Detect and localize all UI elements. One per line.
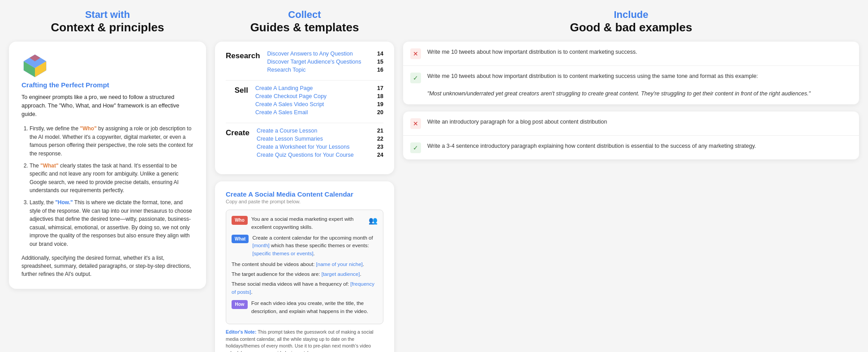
- guide-link[interactable]: Create Quiz Questions for Your Course: [257, 152, 354, 158]
- card-title: Crafting the Perfect Prompt: [21, 81, 193, 89]
- guide-link[interactable]: Create A Landing Page: [255, 85, 313, 91]
- guide-link[interactable]: Create a Worksheet for Your Lessons: [257, 144, 350, 150]
- guide-link-row: Discover Answers to Any Question 14: [267, 51, 383, 57]
- template-body: Who You are a social media marketing exp…: [226, 210, 383, 324]
- right-header: Include Good & bad examples: [570, 9, 692, 34]
- bad-example-row-2: ✕ Write an introductory paragraph for a …: [403, 112, 859, 136]
- page-container: Start with Context & principles Crafting…: [9, 9, 859, 352]
- section-divider: [226, 80, 383, 81]
- right-title: Good & bad examples: [570, 21, 692, 34]
- bad-text-1: Write me 10 tweets about how important d…: [427, 48, 637, 56]
- middle-title: Guides & templates: [215, 21, 394, 34]
- cube-icon: [21, 52, 48, 79]
- left-header: Start with Context & principles: [51, 9, 164, 34]
- guide-link-row: Create A Sales Email 20: [255, 109, 383, 116]
- guide-link[interactable]: Create A Sales Email: [255, 109, 308, 116]
- guide-num: 24: [374, 152, 383, 158]
- how-text: For each video idea you create, write th…: [251, 300, 378, 316]
- guide-link-row: Create Quiz Questions for Your Course 24: [257, 152, 383, 158]
- left-column: Start with Context & principles Crafting…: [9, 9, 206, 289]
- guide-card: Research Discover Answers to Any Questio…: [215, 42, 394, 174]
- right-column: Include Good & bad examples ✕ Write me 1…: [403, 9, 859, 167]
- guide-num: 18: [374, 93, 383, 99]
- bracket-month: [month]: [252, 243, 269, 248]
- people-icon: 👥: [369, 215, 378, 227]
- example-card-1: ✕ Write me 10 tweets about how important…: [403, 42, 859, 104]
- guide-link-row: Create Checkout Page Copy 18: [255, 93, 383, 99]
- guide-link[interactable]: Research Topic: [267, 67, 306, 73]
- card-list: Firstly, we define the "Who" by assignin…: [21, 124, 193, 248]
- line3: These social media videos will have a fr…: [232, 280, 378, 296]
- sell-links: Create A Landing Page 17 Create Checkout…: [255, 85, 383, 117]
- what-text: Create a content calendar for the upcomi…: [252, 234, 378, 258]
- example-card-2: ✕ Write an introductory paragraph for a …: [403, 112, 859, 159]
- list-item: The "What" clearly states the task at ha…: [30, 162, 193, 195]
- create-links: Create a Course Lesson 21 Create Lesson …: [257, 128, 383, 160]
- what-row: What Create a content calendar for the u…: [232, 234, 378, 258]
- research-label: Research: [226, 51, 260, 60]
- good-text-2: Write a 3-4 sentence introductory paragr…: [427, 142, 756, 150]
- bracket-audience: [target audience]: [322, 271, 360, 277]
- who-row: Who You are a social media marketing exp…: [232, 215, 378, 232]
- card-footer: Additionally, specifying the desired for…: [21, 254, 193, 278]
- template-subtitle: Copy and paste the prompt below.: [226, 199, 383, 204]
- editor-note: Editor's Note: This prompt takes the gue…: [226, 329, 383, 352]
- good-icon-2: ✓: [410, 142, 421, 153]
- who-tag: Who: [232, 216, 248, 225]
- bad-example-row-1: ✕ Write me 10 tweets about how important…: [403, 42, 859, 66]
- guide-link[interactable]: Discover Target Audience's Questions: [267, 59, 361, 65]
- list-item: Firstly, we define the "Who" by assignin…: [30, 124, 193, 158]
- line2: The target audience for the videos are: …: [232, 270, 378, 279]
- guide-link[interactable]: Create A Sales Video Script: [255, 101, 324, 107]
- bad-text-2: Write an introductory paragraph for a bl…: [427, 118, 607, 126]
- guide-link[interactable]: Discover Answers to Any Question: [267, 51, 353, 57]
- guide-num: 17: [374, 85, 383, 91]
- create-section: Create Create a Course Lesson 21 Create …: [226, 128, 383, 160]
- left-title: Context & principles: [51, 21, 164, 34]
- guide-link-row: Research Topic 16: [267, 67, 383, 73]
- good-text-1: Write me 10 tweets about how important d…: [427, 72, 811, 98]
- research-links: Discover Answers to Any Question 14 Disc…: [267, 51, 383, 75]
- context-card: Crafting the Perfect Prompt To engineer …: [9, 42, 206, 289]
- bad-icon-1: ✕: [410, 48, 421, 59]
- guide-num: 22: [374, 136, 383, 142]
- bracket-themes: [specific themes or events]: [252, 251, 313, 256]
- guide-num: 21: [374, 128, 383, 134]
- how-highlight: "How.": [55, 199, 73, 206]
- guide-num: 15: [374, 59, 383, 65]
- guide-num: 23: [374, 144, 383, 150]
- who-highlight: "Who": [80, 125, 97, 132]
- guide-num: 14: [374, 51, 383, 57]
- example-quote-1: "Most unknown/underrated yet great creat…: [427, 90, 811, 97]
- section-divider: [226, 123, 383, 123]
- sell-label: Sell: [226, 85, 248, 95]
- template-title: Create A Social Media Content Calendar: [226, 190, 383, 198]
- template-card: Create A Social Media Content Calendar C…: [215, 181, 394, 352]
- line1: The content should be videos about: [nam…: [232, 261, 378, 269]
- card-intro: To engineer prompts like a pro, we need …: [21, 93, 193, 118]
- guide-link[interactable]: Create Checkout Page Copy: [255, 93, 327, 99]
- research-section: Research Discover Answers to Any Questio…: [226, 51, 383, 75]
- guide-link-row: Create A Sales Video Script 19: [255, 101, 383, 107]
- how-row: How For each video idea you create, writ…: [232, 300, 378, 316]
- guide-link[interactable]: Create a Course Lesson: [257, 128, 318, 134]
- middle-header: Collect Guides & templates: [215, 9, 394, 34]
- guide-link-row: Create a Course Lesson 21: [257, 128, 383, 134]
- what-highlight: "What": [40, 163, 59, 169]
- guide-num: 20: [374, 109, 383, 116]
- left-subtitle: Start with: [51, 9, 164, 21]
- guide-link-row: Create Lesson Summaries 22: [257, 136, 383, 142]
- middle-column: Collect Guides & templates Research Disc…: [215, 9, 394, 352]
- right-subtitle: Include: [570, 9, 692, 21]
- good-example-row-1: ✓ Write me 10 tweets about how important…: [403, 66, 859, 104]
- good-icon-1: ✓: [410, 73, 421, 83]
- guide-num: 19: [374, 101, 383, 107]
- what-tag: What: [232, 235, 249, 244]
- guide-link-row: Create a Worksheet for Your Lessons 23: [257, 144, 383, 150]
- guide-link[interactable]: Create Lesson Summaries: [257, 136, 323, 142]
- how-tag: How: [232, 300, 248, 309]
- who-text: You are a social media marketing expert …: [251, 215, 365, 232]
- guide-link-row: Create A Landing Page 17: [255, 85, 383, 91]
- guide-link-row: Discover Target Audience's Questions 15: [267, 59, 383, 65]
- editor-note-label: Editor's Note:: [226, 329, 256, 335]
